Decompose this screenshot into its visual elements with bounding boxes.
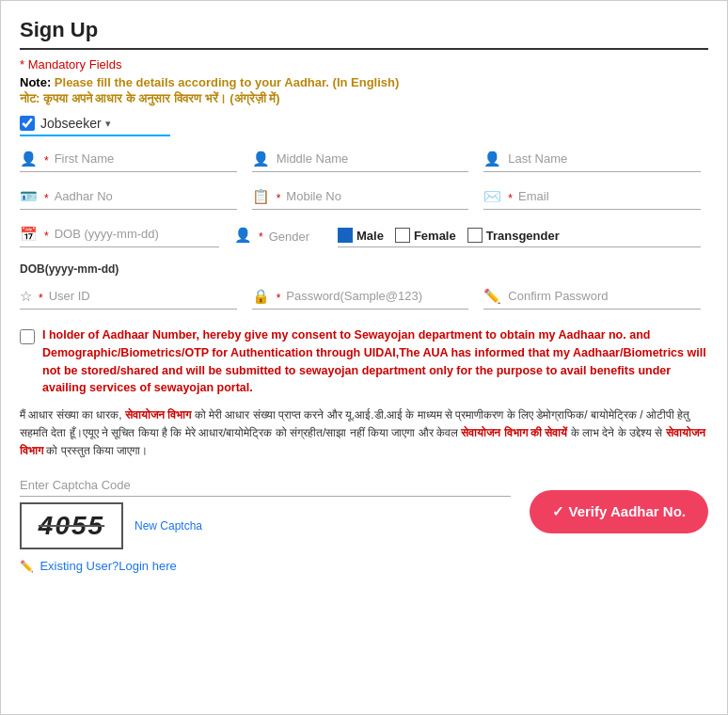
mandatory-label: * Mandatory Fields bbox=[20, 57, 708, 72]
existing-user-row: ✏️ Existing User?Login here bbox=[20, 557, 708, 574]
email-icon: ✉️ bbox=[483, 188, 501, 205]
first-name-input[interactable] bbox=[55, 150, 237, 167]
contact-row: 🪪 * 📋 * ✉️ * bbox=[20, 187, 708, 210]
note-hindi: नोट: कृपया अपने आधार के अनुसार विवरण भरे… bbox=[20, 91, 708, 106]
note-hindi-highlight: (अंग्रेज़ी में) bbox=[229, 91, 279, 105]
dob-note: DOB(yyyy-mm-dd) bbox=[20, 262, 708, 276]
consent-english-text: I holder of Aadhaar Number, hereby give … bbox=[42, 326, 708, 397]
gender-icon: 👤 bbox=[234, 227, 252, 244]
name-row: 👤 * 👤 👤 bbox=[20, 150, 708, 172]
note-hindi-bold: नोट: bbox=[20, 91, 40, 105]
edit-icon: ✏️ bbox=[20, 560, 34, 573]
aadhar-input[interactable] bbox=[55, 187, 237, 205]
gender-female-option[interactable]: Female bbox=[395, 228, 456, 243]
existing-user-link[interactable]: Existing User?Login here bbox=[40, 559, 176, 573]
male-checked-icon bbox=[338, 228, 353, 243]
new-captcha-link[interactable]: New Captcha bbox=[135, 519, 202, 532]
middle-name-field: 👤 bbox=[245, 150, 477, 172]
aadhar-field: 🪪 * bbox=[20, 187, 245, 210]
male-label: Male bbox=[356, 229, 384, 243]
note-text: Please fill the details according to you… bbox=[55, 75, 329, 89]
gender-male-option[interactable]: Male bbox=[338, 228, 384, 243]
note-bold: Note: bbox=[20, 75, 51, 89]
middle-name-input[interactable] bbox=[277, 150, 469, 167]
id-card-icon: 🪪 bbox=[20, 188, 38, 205]
transgender-label: Transgender bbox=[486, 229, 560, 243]
userid-field: ☆ * bbox=[20, 287, 245, 310]
email-input[interactable] bbox=[518, 187, 701, 205]
password-input[interactable] bbox=[286, 287, 468, 305]
note-highlight: (In English) bbox=[333, 75, 400, 89]
consent-hindi-bold-1: सेवायोजन विभाग bbox=[125, 408, 191, 421]
verify-aadhar-button[interactable]: Verify Aadhar No. bbox=[530, 490, 708, 533]
consent-bold: I holder of Aadhaar Number, hereby give … bbox=[42, 328, 706, 394]
consent-hindi-text: मैं आधार संख्या का धारक, सेवायोजन विभाग … bbox=[20, 406, 708, 461]
consent-hindi-bold-3: सेवायोजन विभाग bbox=[20, 426, 705, 457]
gender-label-field: 👤 * Gender bbox=[227, 227, 330, 247]
role-label-text: Jobseeker bbox=[40, 116, 102, 131]
person-icon-2: 👤 bbox=[252, 151, 270, 167]
role-chevron-icon: ▾ bbox=[105, 118, 111, 130]
page-title: Sign Up bbox=[20, 18, 708, 50]
person-icon-3: 👤 bbox=[483, 151, 501, 167]
consent-checkbox[interactable] bbox=[20, 329, 35, 344]
mobile-field: 📋 * bbox=[245, 187, 477, 210]
userid-input[interactable] bbox=[49, 287, 237, 305]
dob-field: 📅 * bbox=[20, 225, 227, 247]
first-name-field: 👤 * bbox=[20, 150, 245, 172]
pencil-icon: ✏️ bbox=[483, 288, 501, 305]
password-field: 🔒 * bbox=[245, 287, 477, 310]
consent-section: I holder of Aadhaar Number, hereby give … bbox=[20, 326, 708, 397]
note-english: Note: Please fill the details according … bbox=[20, 75, 708, 89]
gender-placeholder: Gender bbox=[269, 230, 309, 244]
dob-input[interactable] bbox=[55, 225, 219, 243]
captcha-input[interactable] bbox=[20, 474, 511, 496]
person-icon: 👤 bbox=[20, 151, 38, 167]
calendar-icon: 📅 bbox=[20, 226, 38, 243]
captcha-input-wrap bbox=[20, 474, 511, 497]
mobile-input[interactable] bbox=[286, 187, 468, 205]
email-field: ✉️ * bbox=[476, 187, 708, 210]
dob-gender-row: 📅 * 👤 * Gender Male Female bbox=[20, 225, 708, 247]
last-name-field: 👤 bbox=[476, 150, 708, 172]
captcha-image-row: 4055 New Captcha bbox=[20, 502, 511, 549]
gender-transgender-option[interactable]: Transgender bbox=[467, 228, 560, 243]
confirm-password-input[interactable] bbox=[508, 287, 701, 305]
role-checkbox[interactable] bbox=[20, 116, 35, 131]
note-hindi-text: कृपया अपने आधार के अनुसार विवरण भरें। bbox=[43, 91, 227, 105]
transgender-unchecked-icon bbox=[467, 228, 483, 243]
female-unchecked-icon bbox=[395, 228, 410, 243]
captcha-section: 4055 New Captcha bbox=[20, 474, 511, 549]
role-selector[interactable]: Jobseeker ▾ bbox=[20, 116, 170, 136]
last-name-input[interactable] bbox=[508, 150, 701, 167]
phone-icon: 📋 bbox=[252, 188, 270, 205]
lock-icon: 🔒 bbox=[252, 288, 270, 305]
credentials-row: ☆ * 🔒 * ✏️ bbox=[20, 287, 708, 310]
captcha-image: 4055 bbox=[20, 502, 123, 549]
signup-container: Sign Up * Mandatory Fields Note: Please … bbox=[0, 0, 728, 715]
star-icon: ☆ bbox=[20, 288, 32, 305]
captcha-verify-row: 4055 New Captcha Verify Aadhar No. bbox=[20, 474, 708, 549]
consent-hindi-bold-2: सेवायोजन विभाग की सेवायें bbox=[461, 426, 567, 439]
gender-options-field: Male Female Transgender bbox=[330, 228, 708, 247]
female-label: Female bbox=[414, 229, 456, 243]
confirm-password-field: ✏️ bbox=[476, 287, 708, 310]
